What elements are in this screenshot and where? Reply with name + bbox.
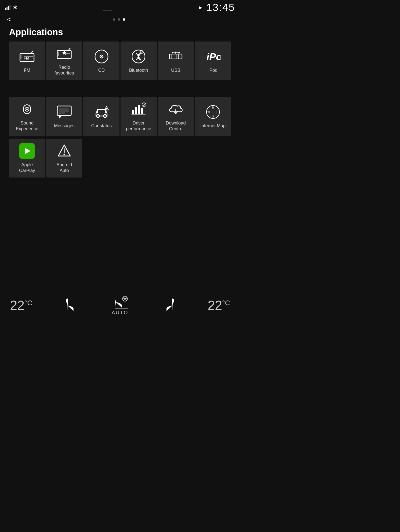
nav-bar: < — [0, 14, 240, 25]
cd-label: CD — [98, 68, 105, 73]
clock: 13:45 — [206, 2, 235, 14]
svg-text:R: R — [141, 52, 142, 53]
svg-rect-18 — [170, 54, 182, 59]
auto-label: AUTO — [112, 310, 128, 316]
bluetooth-label: Bluetooth — [129, 68, 148, 73]
driver-perf-tile[interactable]: Driverperformance — [120, 97, 157, 136]
ipod-tile[interactable]: iPod iPod — [195, 42, 231, 80]
svg-line-48 — [142, 103, 146, 106]
dot-1 — [113, 18, 115, 21]
temp-right: 22°C — [208, 298, 230, 313]
page-dots — [113, 18, 135, 21]
empty-4 — [195, 139, 231, 178]
download-centre-label: DownloadCentre — [166, 120, 186, 132]
internet-map-icon: N S E W — [205, 104, 221, 120]
android-auto-tile[interactable]: AndroidAuto — [46, 139, 82, 178]
svg-rect-11 — [63, 54, 70, 54]
fm-icon: FM — [19, 48, 35, 64]
usb-tile[interactable]: USB — [158, 42, 194, 80]
svg-rect-46 — [141, 108, 143, 114]
bluetooth-tile[interactable]: R Bluetooth — [120, 42, 157, 80]
messages-label: Messages — [54, 123, 74, 129]
empty-2 — [120, 139, 157, 178]
svg-point-14 — [101, 56, 102, 57]
android-auto-label: AndroidAuto — [56, 162, 72, 174]
seat-left-icon — [62, 296, 80, 314]
status-left: ✱ — [5, 4, 17, 10]
cd-icon — [94, 48, 110, 64]
dot-3 — [123, 18, 125, 21]
temp-left-value: 22 — [10, 298, 24, 312]
svg-text:W: W — [208, 111, 210, 114]
svg-point-31 — [26, 108, 28, 110]
media-app-row: FM FM — [0, 42, 240, 80]
driver-perf-icon — [130, 101, 146, 117]
ipod-icon: iPod — [205, 48, 221, 64]
svg-text:E: E — [216, 111, 218, 114]
page-indicator-bar: ⎯⎯ — [103, 4, 113, 12]
back-button[interactable]: < — [5, 14, 13, 24]
driver-perf-label: Driverperformance — [126, 120, 151, 132]
app-row2: SoundExperience Messages — [0, 97, 240, 178]
auto-climate-section: AUTO — [110, 295, 130, 316]
download-centre-icon — [168, 101, 184, 117]
car-status-icon — [94, 104, 110, 120]
android-auto-icon — [56, 143, 72, 159]
messages-tile[interactable]: Messages — [46, 97, 82, 136]
radio-fav-icon — [56, 46, 72, 62]
sound-experience-label: SoundExperience — [16, 120, 38, 132]
car-status-tile[interactable]: Car status — [83, 97, 120, 136]
sound-experience-icon — [19, 101, 35, 117]
svg-point-61 — [64, 154, 65, 155]
car-status-label: Car status — [91, 123, 112, 129]
dot-2 — [118, 18, 120, 21]
empty-3 — [158, 139, 194, 178]
app-grid-2: SoundExperience Messages — [9, 97, 231, 136]
temp-left: 22°C — [10, 298, 32, 313]
internet-map-label: Internet Map — [200, 123, 226, 129]
status-bar: ✱ ⎯⎯ ▶ 13:45 — [0, 0, 240, 14]
svg-rect-10 — [58, 54, 59, 56]
svg-marker-27 — [175, 51, 176, 53]
svg-rect-45 — [138, 105, 140, 114]
play-icon: ▶ — [199, 5, 202, 10]
fm-tile[interactable]: FM FM — [9, 42, 45, 80]
svg-rect-9 — [58, 52, 59, 54]
svg-rect-26 — [178, 52, 180, 53]
svg-text:iPod: iPod — [206, 51, 220, 62]
svg-text:N: N — [212, 106, 214, 109]
bottom-bar: 22°C AUTO — [0, 290, 240, 320]
bluetooth-app-icon: R — [130, 48, 146, 64]
carplay-tile[interactable]: AppleCarPlay — [9, 139, 45, 178]
cd-tile[interactable]: CD — [83, 42, 120, 80]
svg-rect-44 — [135, 107, 137, 114]
svg-text:S: S — [212, 115, 214, 118]
svg-rect-4 — [20, 58, 22, 58]
svg-rect-3 — [20, 56, 22, 56]
signal-icon — [5, 5, 10, 10]
ipod-label: iPod — [208, 68, 218, 73]
svg-rect-43 — [132, 110, 134, 114]
media-grid: FM FM — [9, 42, 231, 80]
svg-rect-5 — [26, 56, 33, 57]
fm-label: FM — [24, 68, 30, 73]
usb-icon — [168, 48, 184, 64]
svg-point-25 — [172, 52, 173, 53]
bluetooth-icon: ✱ — [13, 4, 17, 10]
svg-marker-58 — [25, 148, 30, 154]
radio-fav-label: Radiofavourites — [54, 64, 74, 76]
sound-experience-tile[interactable]: SoundExperience — [9, 97, 45, 136]
status-right: ▶ 13:45 — [199, 2, 235, 14]
svg-marker-36 — [59, 116, 62, 118]
internet-map-tile[interactable]: N S E W Internet Map — [195, 97, 231, 136]
temp-right-value: 22 — [208, 298, 222, 312]
radio-fav-tile[interactable]: Radiofavourites — [46, 42, 82, 80]
download-centre-tile[interactable]: DownloadCentre — [158, 97, 194, 136]
page-title: Applications — [0, 25, 240, 42]
seat-right-icon — [160, 296, 178, 314]
carplay-label: AppleCarPlay — [19, 162, 35, 174]
usb-label: USB — [171, 68, 180, 73]
carplay-icon — [19, 143, 35, 159]
messages-icon — [56, 104, 72, 120]
svg-rect-37 — [98, 110, 106, 113]
